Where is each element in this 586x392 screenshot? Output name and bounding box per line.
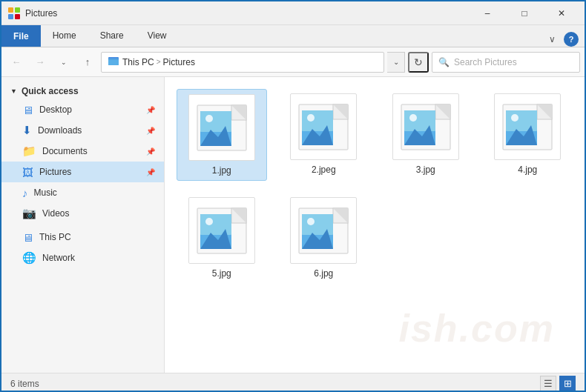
window-icon	[7, 7, 21, 20]
documents-icon: 📁	[22, 144, 36, 158]
music-icon: ♪	[22, 187, 28, 199]
file-name-5: 5.jpg	[212, 268, 231, 279]
file-name-3: 3.jpg	[416, 165, 435, 175]
network-icon: 🌐	[22, 251, 36, 265]
breadcrumb-icon	[108, 55, 119, 69]
minimize-button[interactable]: –	[470, 1, 504, 25]
tab-share[interactable]: Share	[88, 24, 136, 47]
file-thumb-4	[494, 93, 561, 160]
window-title: Pictures	[25, 8, 470, 19]
documents-label: Documents	[42, 146, 88, 156]
title-bar: Pictures – □ ✕	[1, 1, 585, 25]
music-label: Music	[34, 187, 57, 198]
svg-point-25	[409, 114, 417, 122]
watermark: ish.com	[399, 306, 556, 351]
downloads-icon: ⬇	[22, 124, 32, 137]
file-thumb-1	[188, 94, 255, 161]
svg-point-46	[307, 218, 315, 225]
file-item-1[interactable]: 1.jpg	[177, 89, 267, 181]
ribbon-collapse-icon[interactable]: ∨	[544, 32, 559, 47]
file-item-6[interactable]: 6.jpg	[279, 193, 369, 283]
sidebar-item-downloads[interactable]: ⬇ Downloads 📌	[1, 120, 164, 141]
help-button[interactable]: ?	[564, 32, 579, 47]
address-dropdown-button[interactable]: ⌄	[387, 52, 405, 73]
pin-icon-documents: 📌	[146, 147, 155, 156]
quick-access-header[interactable]: ▼ Quick access	[1, 83, 164, 99]
network-label: Network	[42, 253, 75, 263]
file-name-6: 6.jpg	[314, 268, 333, 279]
file-name-4: 4.jpg	[518, 165, 537, 175]
desktop-icon: 🖥	[22, 104, 33, 116]
list-view-button[interactable]: ☰	[540, 376, 556, 392]
file-item-4[interactable]: 4.jpg	[483, 89, 573, 181]
icon-view-button[interactable]: ⊞	[559, 376, 576, 392]
thispc-icon: 🖥	[22, 231, 33, 244]
pictures-icon: 🖼	[22, 166, 33, 179]
sidebar-item-music[interactable]: ♪ Music	[1, 182, 164, 203]
svg-point-39	[205, 218, 213, 225]
view-controls: ☰ ⊞	[540, 376, 576, 392]
videos-icon: 📷	[22, 207, 36, 220]
downloads-label: Downloads	[38, 125, 82, 136]
tab-home[interactable]: Home	[41, 24, 88, 47]
ribbon-tabs: File Home Share View ∨ ?	[1, 25, 585, 47]
window-controls: – □ ✕	[470, 1, 579, 25]
pin-icon-pictures: 📌	[146, 168, 155, 176]
desktop-label: Desktop	[39, 104, 72, 115]
file-thumb-3	[392, 93, 459, 160]
tab-view[interactable]: View	[136, 24, 179, 47]
videos-label: Videos	[42, 208, 69, 219]
refresh-button[interactable]: ↻	[408, 52, 429, 73]
svg-rect-5	[108, 59, 119, 65]
search-box[interactable]: 🔍 Search Pictures	[432, 52, 580, 73]
svg-rect-24	[404, 110, 435, 131]
address-bar: ← → ⌄ ↑ This PC > Pictures ⌄ ↻ 🔍 Search …	[1, 47, 585, 77]
file-thumb-2	[290, 93, 357, 160]
svg-point-32	[511, 114, 518, 122]
forward-button[interactable]: →	[30, 52, 50, 73]
svg-rect-2	[8, 14, 13, 19]
svg-rect-45	[302, 214, 333, 235]
svg-point-18	[307, 114, 315, 122]
svg-rect-0	[8, 7, 13, 13]
sidebar-item-network[interactable]: 🌐 Network	[1, 248, 164, 268]
back-button[interactable]: ←	[6, 52, 27, 73]
file-name-1: 1.jpg	[212, 165, 231, 176]
file-thumb-6	[290, 197, 357, 264]
pictures-label: Pictures	[39, 167, 71, 177]
sidebar-item-desktop[interactable]: 🖥 Desktop 📌	[1, 99, 164, 120]
sidebar: ▼ Quick access 🖥 Desktop 📌 ⬇ Downloads 📌…	[1, 77, 165, 373]
file-item-2[interactable]: 2.jpeg	[279, 89, 369, 181]
quick-access-label: Quick access	[22, 86, 79, 96]
file-area: ish.com 1.jpg	[165, 77, 585, 373]
breadcrumb-pictures[interactable]: Pictures	[163, 57, 195, 67]
svg-rect-3	[15, 14, 20, 19]
file-item-5[interactable]: 5.jpg	[177, 193, 267, 283]
dropdown-recent-button[interactable]: ⌄	[53, 52, 74, 73]
up-button[interactable]: ↑	[77, 52, 98, 73]
breadcrumb-separator-1: >	[157, 58, 161, 66]
search-placeholder: Search Pictures	[454, 57, 517, 67]
tab-file[interactable]: File	[1, 25, 41, 47]
svg-point-11	[205, 115, 213, 122]
address-path[interactable]: This PC > Pictures	[101, 52, 384, 73]
file-item-3[interactable]: 3.jpg	[381, 89, 471, 181]
maximize-button[interactable]: □	[507, 1, 541, 25]
sidebar-item-documents[interactable]: 📁 Documents 📌	[1, 141, 164, 162]
close-button[interactable]: ✕	[544, 1, 579, 25]
quick-access-chevron: ▼	[10, 87, 17, 95]
file-thumb-5	[188, 197, 255, 264]
sidebar-item-videos[interactable]: 📷 Videos	[1, 203, 164, 224]
item-count: 6 items	[10, 379, 39, 389]
breadcrumb-thispc[interactable]: This PC	[122, 57, 154, 67]
svg-rect-31	[506, 110, 537, 131]
svg-rect-1	[15, 7, 20, 13]
sidebar-item-thispc[interactable]: 🖥 This PC	[1, 227, 164, 248]
file-name-2: 2.jpeg	[312, 165, 336, 175]
pin-icon-desktop: 📌	[146, 106, 155, 114]
thispc-label: This PC	[39, 232, 71, 242]
svg-rect-10	[200, 111, 231, 132]
pin-icon-downloads: 📌	[146, 127, 155, 135]
sidebar-item-pictures[interactable]: 🖼 Pictures 📌	[1, 162, 164, 182]
status-bar: 6 items ☰ ⊞	[1, 373, 585, 392]
